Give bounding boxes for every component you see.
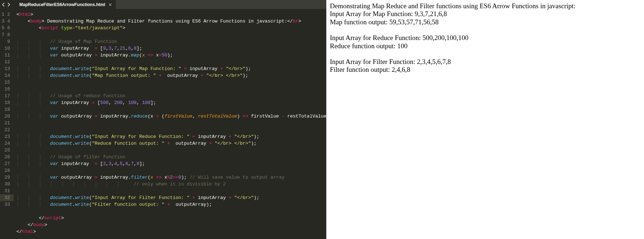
- nav-back-icon[interactable]: [1, 3, 6, 7]
- output-line: Input Array for Filter Function: 2,3,4,5…: [330, 58, 640, 66]
- output-line: Reduce function output: 100: [330, 42, 640, 50]
- close-icon[interactable]: ×: [109, 2, 112, 7]
- line-number-gutter: 1 2 3 4 5 6 7 8 9 10 11 12 13 14 15 16 1…: [0, 9, 14, 239]
- blank-line: [330, 26, 640, 34]
- output-line: Demonstrating Map Reduce and Filter func…: [330, 2, 640, 10]
- output-line: Input Array for Reduce Function: 500,200…: [330, 34, 640, 42]
- output-line: Filter function output: 2,4,6,8: [330, 66, 640, 74]
- code-editor: MapReduceFilterES6ArrowFunctions.html × …: [0, 0, 326, 239]
- blank-line: [330, 50, 640, 58]
- file-tab[interactable]: MapReduceFilterES6ArrowFunctions.html ×: [14, 0, 116, 9]
- browser-output: Demonstrating Map Reduce and Filter func…: [326, 0, 644, 239]
- code-content[interactable]: <html> <body> Demonstrating Map Reduce a…: [14, 9, 326, 239]
- code-area[interactable]: 1 2 3 4 5 6 7 8 9 10 11 12 13 14 15 16 1…: [0, 9, 326, 239]
- file-tab-title: MapReduceFilterES6ArrowFunctions.html: [19, 2, 105, 7]
- nav-forward-icon[interactable]: [6, 3, 11, 7]
- tab-strip-empty: [116, 0, 326, 9]
- titlebar: MapReduceFilterES6ArrowFunctions.html ×: [0, 0, 326, 9]
- output-line: Map function output: 59,53,57,71,56,58: [330, 18, 640, 26]
- output-line: Input Array for Map Function: 9,3,7,21,6…: [330, 10, 640, 18]
- nav-arrows: [0, 0, 14, 9]
